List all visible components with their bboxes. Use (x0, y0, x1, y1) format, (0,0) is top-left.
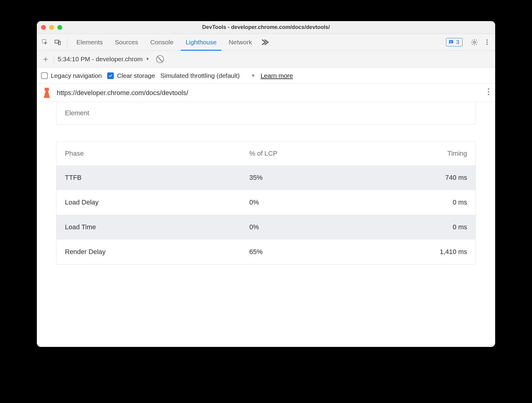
window-title: DevTools - developer.chrome.com/docs/dev… (37, 24, 495, 30)
lighthouse-options: Legacy navigation Clear storage Simulate… (37, 68, 495, 84)
window-controls (41, 25, 62, 30)
tab-label: Sources (115, 39, 138, 46)
console-messages-badge[interactable]: 3 (446, 38, 463, 46)
option-label: Legacy navigation (51, 72, 102, 79)
report-content: Element Phase % of LCP Timing TTFB35%740… (37, 102, 495, 347)
lcp-phase-table: Phase % of LCP Timing TTFB35%740 msLoad … (56, 142, 476, 264)
cell-pct: 0% (241, 215, 358, 240)
cell-phase: Load Time (56, 215, 241, 240)
element-heading: Element (65, 109, 467, 117)
device-toolbar-icon[interactable] (53, 37, 63, 47)
kebab-menu-icon[interactable] (482, 37, 492, 47)
tab-console[interactable]: Console (146, 34, 178, 50)
svg-point-6 (486, 40, 488, 41)
devtools-window: DevTools - developer.chrome.com/docs/dev… (37, 21, 495, 347)
tab-elements[interactable]: Elements (72, 34, 108, 50)
col-header-pct: % of LCP (241, 142, 358, 165)
separator (54, 55, 54, 63)
separator (67, 38, 67, 46)
tab-lighthouse[interactable]: Lighthouse (181, 34, 222, 50)
panel-tabs: Elements Sources Console Lighthouse Netw… (72, 34, 257, 50)
cell-pct: 0% (241, 190, 358, 215)
cell-timing: 1,410 ms (358, 240, 476, 264)
settings-icon[interactable] (469, 37, 479, 47)
more-tabs-icon[interactable] (259, 37, 269, 47)
svg-point-5 (473, 41, 475, 43)
report-selector-label: 5:34:10 PM - developer.chrom (58, 56, 143, 63)
new-report-button[interactable]: ＋ (41, 54, 50, 64)
cell-pct: 35% (241, 165, 358, 190)
report-url: https://developer.chrome.com/docs/devtoo… (57, 89, 482, 97)
cell-pct: 65% (241, 240, 358, 264)
col-header-phase: Phase (56, 142, 241, 165)
throttling-label: Simulated throttling (default) (160, 72, 240, 79)
lighthouse-toolbar: ＋ 5:34:10 PM - developer.chrom ▼ (37, 51, 495, 68)
svg-rect-4 (450, 42, 452, 42)
cell-timing: 0 ms (358, 215, 476, 240)
learn-more-link[interactable]: Learn more (261, 72, 293, 79)
chevron-down-icon: ▼ (146, 57, 149, 61)
maximize-window-button[interactable] (57, 25, 62, 30)
svg-point-10 (488, 91, 489, 93)
tab-sources[interactable]: Sources (110, 34, 143, 50)
cell-timing: 0 ms (358, 190, 476, 215)
col-header-timing: Timing (358, 142, 476, 165)
report-selector[interactable]: 5:34:10 PM - developer.chrom ▼ (58, 56, 149, 63)
devtools-tabstrip: Elements Sources Console Lighthouse Netw… (37, 34, 495, 51)
close-window-button[interactable] (41, 25, 46, 30)
tab-label: Network (229, 39, 252, 46)
checkbox-unchecked-icon (41, 72, 48, 79)
table-row: Load Delay0%0 ms (56, 190, 476, 215)
legacy-navigation-option[interactable]: Legacy navigation (41, 72, 102, 79)
cell-phase: TTFB (56, 165, 241, 190)
report-menu-icon[interactable] (487, 88, 490, 98)
throttling-dropdown-icon[interactable]: ▼ (251, 73, 255, 78)
table-row: Render Delay65%1,410 ms (56, 240, 476, 264)
cell-timing: 740 ms (358, 165, 476, 190)
svg-point-11 (488, 94, 489, 95)
tab-label: Elements (76, 39, 103, 46)
minimize-window-button[interactable] (49, 25, 54, 30)
inspect-icon[interactable] (40, 37, 50, 47)
lighthouse-icon (42, 88, 51, 98)
lcp-phase-card: Phase % of LCP Timing TTFB35%740 msLoad … (56, 141, 476, 265)
tab-network[interactable]: Network (224, 34, 257, 50)
table-row: Load Time0%0 ms (56, 215, 476, 240)
svg-point-7 (486, 42, 488, 43)
report-url-row: https://developer.chrome.com/docs/devtoo… (37, 84, 495, 102)
titlebar: DevTools - developer.chrome.com/docs/dev… (37, 21, 495, 34)
svg-point-8 (486, 44, 488, 45)
cell-phase: Render Delay (56, 240, 241, 264)
clear-storage-option[interactable]: Clear storage (107, 72, 155, 79)
cell-phase: Load Delay (56, 190, 241, 215)
messages-count: 3 (456, 39, 459, 46)
clear-report-icon[interactable] (156, 55, 164, 63)
checkbox-checked-icon (107, 72, 114, 79)
svg-rect-3 (450, 41, 452, 41)
tab-label: Console (150, 39, 174, 46)
lcp-element-card: Element (56, 102, 476, 125)
table-row: TTFB35%740 ms (56, 165, 476, 190)
tab-label: Lighthouse (186, 39, 217, 46)
option-label: Clear storage (117, 72, 155, 79)
svg-point-9 (488, 88, 489, 90)
